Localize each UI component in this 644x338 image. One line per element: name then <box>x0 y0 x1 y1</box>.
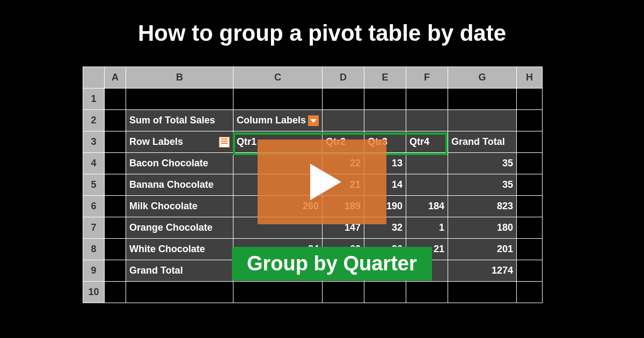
pivot-col-header[interactable]: Qtr4 <box>406 131 448 153</box>
column-labels-text: Column Labels <box>237 115 306 126</box>
col-header-B[interactable]: B <box>126 67 233 89</box>
row-header[interactable]: 10 <box>83 282 105 303</box>
pivot-row-labels-cell[interactable]: Row Labels <box>126 131 233 153</box>
row-header[interactable]: 3 <box>83 131 105 153</box>
grand-total-label[interactable]: Grand Total <box>126 260 233 282</box>
pivot-value[interactable] <box>406 153 448 174</box>
cell[interactable] <box>126 89 233 110</box>
cell[interactable] <box>448 110 517 131</box>
row-header[interactable]: 7 <box>83 217 105 239</box>
cell[interactable] <box>323 282 364 303</box>
cell[interactable] <box>105 217 126 239</box>
cell[interactable] <box>517 260 543 282</box>
cell[interactable] <box>406 110 448 131</box>
cell[interactable] <box>364 110 406 131</box>
col-header-C[interactable]: C <box>233 67 323 89</box>
cell[interactable] <box>105 282 126 303</box>
row-labels-sort-icon[interactable] <box>219 137 230 148</box>
pivot-row-label[interactable]: Bacon Chocolate <box>126 153 233 174</box>
row-labels-text: Row Labels <box>129 136 183 148</box>
col-header-E[interactable]: E <box>364 67 406 89</box>
cell[interactable] <box>517 282 543 303</box>
cell[interactable] <box>517 89 543 110</box>
col-header-D[interactable]: D <box>323 67 364 89</box>
pivot-grand-total-header[interactable]: Grand Total <box>448 131 517 153</box>
pivot-measure-label[interactable]: Sum of Total Sales <box>126 110 233 131</box>
page-title: How to group a pivot table by date <box>0 0 644 61</box>
cell[interactable] <box>105 153 126 174</box>
cell[interactable] <box>448 89 517 110</box>
cell[interactable] <box>517 110 543 131</box>
pivot-row-total[interactable]: 823 <box>448 196 517 217</box>
pivot-row-total[interactable]: 35 <box>448 153 517 174</box>
grand-total-value[interactable]: 1274 <box>448 260 517 282</box>
cell[interactable] <box>448 282 517 303</box>
col-header-A[interactable]: A <box>105 67 126 89</box>
cell[interactable] <box>105 196 126 217</box>
cell[interactable] <box>517 217 543 239</box>
row-header[interactable]: 8 <box>83 239 105 260</box>
col-header-G[interactable]: G <box>448 67 517 89</box>
cell[interactable] <box>406 282 448 303</box>
caption-banner: Group by Quarter <box>232 247 432 281</box>
pivot-row-total[interactable]: 201 <box>448 239 517 260</box>
cell[interactable] <box>323 89 364 110</box>
pivot-value[interactable]: 184 <box>406 196 448 217</box>
play-button[interactable] <box>258 139 386 224</box>
cell[interactable] <box>364 282 406 303</box>
cell[interactable] <box>105 110 126 131</box>
cell[interactable] <box>517 174 543 196</box>
pivot-value[interactable]: 1 <box>406 217 448 239</box>
pivot-value[interactable] <box>406 174 448 196</box>
cell[interactable] <box>517 131 543 153</box>
cell[interactable] <box>105 131 126 153</box>
row-header[interactable]: 5 <box>83 174 105 196</box>
col-header-F[interactable]: F <box>406 67 448 89</box>
row-header[interactable]: 9 <box>83 260 105 282</box>
cell[interactable] <box>517 196 543 217</box>
pivot-row-label[interactable]: Orange Chocolate <box>126 217 233 239</box>
pivot-row-total[interactable]: 35 <box>448 174 517 196</box>
pivot-row-label[interactable]: Banana Chocolate <box>126 174 233 196</box>
pivot-row-label[interactable]: White Chocolate <box>126 239 233 260</box>
pivot-row-total[interactable]: 180 <box>448 217 517 239</box>
pivot-row-label[interactable]: Milk Chocolate <box>126 196 233 217</box>
cell[interactable] <box>105 174 126 196</box>
cell[interactable] <box>105 89 126 110</box>
cell[interactable] <box>105 239 126 260</box>
row-header[interactable]: 1 <box>83 89 105 110</box>
cell[interactable] <box>233 89 323 110</box>
col-header-H[interactable]: H <box>517 67 543 89</box>
cell[interactable] <box>105 260 126 282</box>
cell[interactable] <box>233 282 323 303</box>
row-header[interactable]: 6 <box>83 196 105 217</box>
cell[interactable] <box>517 239 543 260</box>
cell[interactable] <box>323 110 364 131</box>
column-labels-dropdown-icon[interactable] <box>308 115 319 126</box>
row-header[interactable]: 4 <box>83 153 105 174</box>
cell[interactable] <box>364 89 406 110</box>
pivot-column-labels-cell[interactable]: Column Labels <box>233 110 323 131</box>
cell[interactable] <box>126 282 233 303</box>
row-header[interactable]: 2 <box>83 110 105 131</box>
cell[interactable] <box>517 153 543 174</box>
cell[interactable] <box>406 89 448 110</box>
select-all-corner[interactable] <box>83 67 105 89</box>
